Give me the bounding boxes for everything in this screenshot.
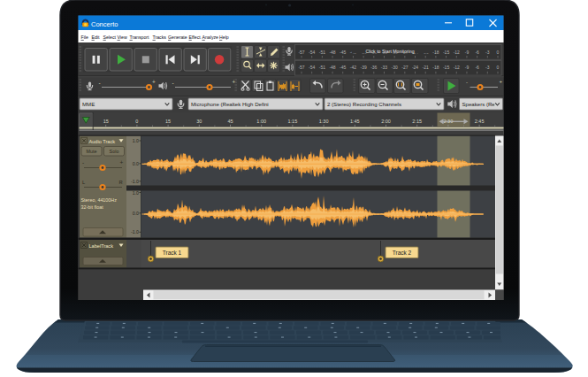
svg-text:0: 0 [497,50,500,55]
svg-text:-: - [172,80,174,86]
svg-text:-3: -3 [485,65,490,70]
svg-text:1:15: 1:15 [288,119,298,124]
svg-text:-12: -12 [454,65,460,70]
svg-text:0.0: 0.0 [133,161,139,166]
svg-text:-54: -54 [309,65,315,70]
svg-text:File: File [81,35,88,40]
svg-text:+: + [152,79,156,85]
svg-text:Generate: Generate [168,35,187,40]
svg-text:-45: -45 [340,65,346,70]
svg-text:-24: -24 [412,65,418,70]
svg-text:1:30: 1:30 [319,119,329,124]
svg-text:Microphone (Realtek High Defin: Microphone (Realtek High Defini [191,101,269,107]
svg-text:Click to Start Monitoring: Click to Start Monitoring [365,49,414,54]
svg-text:1:00: 1:00 [256,119,266,124]
svg-text:Solo: Solo [110,149,119,154]
svg-text:Help: Help [219,35,229,40]
svg-text:+: + [500,79,503,84]
svg-text:-18: -18 [432,65,439,70]
svg-text:45: 45 [227,119,233,124]
svg-text:Stereo, 44100Hz: Stereo, 44100Hz [81,197,118,203]
svg-text:-33: -33 [381,65,387,70]
svg-text:2 (Stereo) Recording Channels: 2 (Stereo) Recording Channels [327,101,401,107]
svg-text:MME: MME [82,101,95,107]
svg-text:-12: -12 [454,50,460,55]
svg-text:Track 1: Track 1 [163,250,182,256]
svg-text:-57: -57 [298,50,304,55]
svg-text:1:45: 1:45 [350,119,360,124]
svg-text:2:00: 2:00 [381,119,391,124]
svg-text:-57: -57 [298,65,304,70]
svg-text:Edit: Edit [92,35,100,40]
svg-text:2:45: 2:45 [475,119,485,124]
svg-text:-15: -15 [443,65,449,70]
svg-text:Track 2: Track 2 [393,250,412,256]
svg-text:Analyze: Analyze [202,35,219,40]
svg-text:-1.0: -1.0 [131,179,139,184]
svg-text:0: 0 [497,65,500,70]
svg-text:-48: -48 [329,50,335,55]
svg-text:-18: -18 [432,50,439,55]
svg-text:-: - [99,80,101,86]
svg-text:2:15: 2:15 [412,119,422,124]
svg-text:-39: -39 [360,65,366,70]
svg-text:30: 30 [196,119,202,124]
svg-text:-9: -9 [465,65,470,70]
svg-text:-: - [466,80,468,85]
svg-text:Concerto: Concerto [91,20,118,28]
svg-text:2:30: 2:30 [444,119,454,124]
svg-text:Audio Track: Audio Track [89,139,116,144]
svg-text:R: R [119,180,123,185]
svg-text:32-bit float: 32-bit float [81,204,104,210]
svg-text:View: View [118,35,127,40]
svg-text:-1.0: -1.0 [131,229,139,235]
svg-text:-51: -51 [319,50,325,55]
svg-text:15: 15 [165,119,171,124]
svg-text:-42: -42 [350,65,356,70]
svg-text:+: + [120,159,124,165]
svg-text:-6: -6 [475,65,479,70]
svg-text:-15: -15 [443,50,449,55]
svg-text:-36: -36 [370,65,377,70]
svg-text:-6: -6 [475,50,479,55]
svg-text:15: 15 [103,119,109,124]
svg-text:Mute: Mute [87,149,97,154]
svg-text:-48: -48 [329,65,335,70]
svg-text:-: - [82,159,84,165]
svg-text:0.0: 0.0 [133,211,139,216]
svg-text:-45: -45 [340,50,346,55]
svg-text:-51: -51 [319,65,325,70]
svg-text:-30: -30 [392,65,398,70]
svg-text:Tracks: Tracks [153,35,167,40]
svg-text:Transport: Transport [130,35,150,40]
svg-text:-27: -27 [401,65,408,70]
svg-text:-54: -54 [309,50,315,55]
svg-text:-3: -3 [485,50,490,55]
svg-text:Select: Select [103,35,117,40]
svg-text:1.0: 1.0 [133,138,139,143]
svg-text:LabelTrack: LabelTrack [89,243,114,249]
svg-text:0: 0 [135,119,138,124]
svg-text:Speakers (Rea: Speakers (Rea [462,101,499,107]
svg-text:Effect: Effect [189,35,202,40]
svg-text:-21: -21 [423,65,429,70]
svg-text:-9: -9 [465,50,470,55]
